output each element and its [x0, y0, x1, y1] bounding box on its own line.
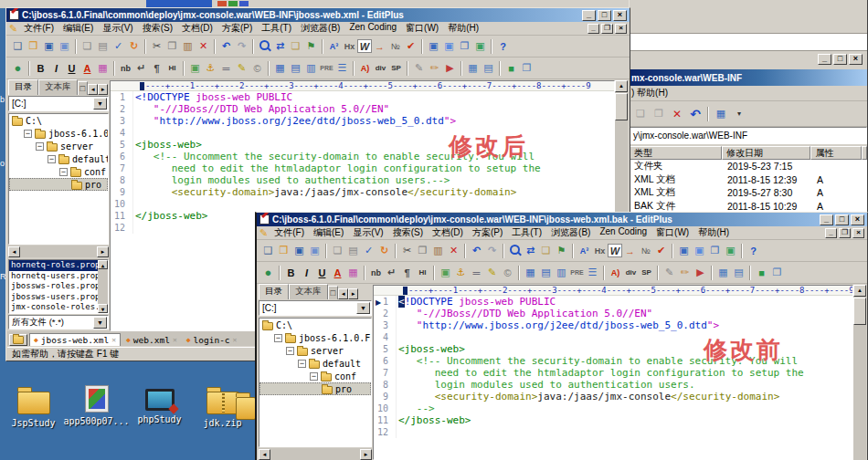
- menu-item-5[interactable]: 方案(P): [468, 226, 507, 239]
- tree-collapse-icon[interactable]: −: [24, 130, 32, 138]
- tree-item[interactable]: −conf: [9, 165, 108, 178]
- toolbar-font-tag-icon[interactable]: A): [357, 60, 373, 76]
- toolbar-color-block-icon[interactable]: ■: [503, 60, 519, 76]
- toolbar-word-wrap-icon[interactable]: W: [357, 39, 372, 53]
- toolbar-list-icon[interactable]: ☰: [334, 60, 350, 76]
- tree-collapse-icon[interactable]: −: [48, 155, 56, 163]
- toolbar-bold-icon[interactable]: B: [33, 60, 48, 76]
- toolbar-paragraph-icon[interactable]: ¶: [149, 60, 164, 76]
- toolbar-pre-icon[interactable]: PRE: [319, 60, 334, 76]
- mdi-minimize-button[interactable]: _: [587, 24, 599, 34]
- file-filter-selector[interactable]: 所有文件 (*.*) ▼: [8, 315, 109, 329]
- tree-item[interactable]: −default: [9, 152, 108, 165]
- toolbar-save-all-icon[interactable]: ▣: [307, 243, 323, 258]
- toolbar-table-edit-icon[interactable]: ▦: [465, 60, 481, 76]
- scroll-right-icon[interactable]: ►: [97, 246, 109, 257]
- toolbar-view-sync-icon[interactable]: ▣: [723, 243, 738, 258]
- toolbar-view-split-icon[interactable]: ❐: [707, 243, 723, 258]
- toolbar-cut-icon[interactable]: ✂: [399, 243, 415, 258]
- tab-scroll-left-icon[interactable]: ◄: [338, 288, 348, 299]
- menu-item-0[interactable]: 文件(F): [19, 22, 58, 35]
- toolbar-table-properties-icon[interactable]: ▤: [731, 265, 746, 280]
- toolbar-palette-icon[interactable]: ▦: [345, 265, 361, 280]
- toolbar-open-folder-icon[interactable]: ❒: [26, 38, 41, 54]
- tree-item[interactable]: −server: [259, 344, 371, 357]
- toolbar-undo-icon[interactable]: ↶: [469, 243, 484, 258]
- toolbar-paste-icon[interactable]: ▥: [180, 38, 196, 54]
- toolbar-new-file-icon[interactable]: ❑: [260, 243, 276, 258]
- scrollbar-thumb[interactable]: [615, 93, 628, 120]
- file-row[interactable]: XML 文档2019-5-27 8:30A: [630, 186, 867, 200]
- toolbar-sort-icon[interactable]: A³: [326, 38, 342, 54]
- toolbar-edit-script-icon[interactable]: ✎: [662, 265, 677, 280]
- toolbar-table-cell-icon[interactable]: ▥: [303, 60, 319, 76]
- tree-collapse-icon[interactable]: −: [286, 347, 294, 355]
- toolbar-view-split-icon[interactable]: ❐: [457, 38, 472, 54]
- toolbar-window-split-icon[interactable]: ❐: [519, 60, 535, 76]
- toolbar-line-numbers-icon[interactable]: №: [387, 38, 403, 54]
- tree-item[interactable]: −jboss-6.1.0.Fina: [259, 331, 371, 344]
- toolbar-reload-icon[interactable]: ↻: [376, 243, 392, 258]
- close-tab-icon[interactable]: ✕: [233, 336, 238, 344]
- toolbar-browser-preview-icon[interactable]: ●: [260, 265, 276, 280]
- toolbar-line-break-icon[interactable]: ↵: [133, 60, 149, 76]
- file-list-scrollbar[interactable]: ▲ ▼: [98, 260, 108, 313]
- file-panel-toggle-button[interactable]: [9, 334, 27, 346]
- toolbar-div-tag-icon[interactable]: div: [373, 60, 388, 76]
- toolbar-heading-icon[interactable]: HI: [164, 60, 180, 76]
- mdi-restore-button[interactable]: ❐: [601, 24, 613, 34]
- toolbar-sort-icon[interactable]: A³: [577, 243, 592, 258]
- drive-selector[interactable]: [C:] ▼: [259, 300, 372, 316]
- file-item[interactable]: jmx-console-roles.pr: [9, 302, 98, 313]
- toolbar-image-icon[interactable]: ▣: [187, 60, 203, 76]
- toolbar-view-html-icon[interactable]: ▣: [692, 243, 707, 258]
- toolbar-marker-icon[interactable]: ⚑: [554, 243, 569, 258]
- toolbar-pencil-tool-icon[interactable]: ✏: [677, 265, 693, 280]
- mdi-close-button[interactable]: ×: [852, 228, 864, 238]
- tab-partial[interactable]: □: [78, 81, 89, 95]
- menu-item-10[interactable]: 帮助(H): [443, 22, 483, 35]
- tree-item[interactable]: −jboss-6.1.0.Fina: [9, 127, 108, 140]
- maximize-button[interactable]: □: [598, 10, 611, 21]
- toolbar-browser-preview-icon[interactable]: ●: [10, 60, 26, 76]
- toolbar-edit-script-icon[interactable]: ✎: [411, 60, 427, 76]
- menu-item-2[interactable]: 显示(V): [348, 226, 387, 239]
- minimize-button[interactable]: _: [820, 214, 833, 225]
- explorer-menubar[interactable]: ) 帮助(H): [630, 86, 867, 101]
- toolbar-table-properties-icon[interactable]: ▤: [481, 60, 496, 76]
- toolbar-list-icon[interactable]: ☰: [585, 265, 600, 280]
- tree-item[interactable]: pro: [9, 178, 108, 191]
- close-button[interactable]: ×: [613, 10, 627, 21]
- toolbar-save-icon[interactable]: ▣: [291, 243, 307, 258]
- tree-item[interactable]: −server: [9, 140, 108, 152]
- toolbar-print-icon[interactable]: ▤: [95, 38, 111, 54]
- toolbar-horizontal-rule-icon[interactable]: ═: [218, 60, 234, 76]
- menu-item-7[interactable]: 浏览器(B): [546, 226, 595, 239]
- tab-directory[interactable]: 目录: [259, 284, 289, 299]
- toolbar-div-tag-icon[interactable]: div: [623, 265, 639, 280]
- toolbar-replace-icon[interactable]: ⇄: [272, 38, 288, 54]
- menu-item-1[interactable]: 编辑(E): [309, 226, 348, 239]
- toolbar-copy-icon[interactable]: ❐: [164, 38, 180, 54]
- toolbar-font-tag-icon[interactable]: A): [608, 265, 623, 280]
- file-item[interactable]: jbossws-users.proper: [9, 292, 98, 303]
- tab-scroll-left-icon[interactable]: ◄: [88, 84, 98, 95]
- toolbar-print-icon[interactable]: ▤: [345, 243, 361, 258]
- titlebar[interactable]: C:\jboss-6.1.0.Final\common\deploy\jmx-c…: [6, 8, 630, 22]
- minimize-button[interactable]: _: [818, 54, 831, 65]
- toolbar-view-sync-icon[interactable]: ▣: [472, 38, 488, 54]
- toolbar-hex-view-icon[interactable]: Hx: [592, 243, 608, 258]
- maximize-button[interactable]: □: [835, 214, 849, 225]
- drive-selector[interactable]: [C:] ▼: [8, 96, 109, 111]
- menu-item-9[interactable]: 窗口(W): [401, 22, 443, 35]
- titlebar[interactable]: C:\jboss-6.1.0.Final\common\deploy\jmx-c…: [257, 213, 867, 226]
- close-tab-icon[interactable]: ✕: [111, 336, 116, 344]
- tab-cliptext[interactable]: 文本库: [289, 284, 328, 299]
- toolbar-palette-icon[interactable]: ▦: [95, 60, 111, 76]
- tree-collapse-icon[interactable]: −: [298, 360, 306, 368]
- toolbar-view-browser-icon[interactable]: ▣: [676, 243, 692, 258]
- tree-item[interactable]: −conf: [259, 370, 371, 382]
- menu-item-8[interactable]: Zen Coding: [595, 226, 651, 239]
- toolbar-highlight-icon[interactable]: ✎: [234, 60, 249, 76]
- toolbar-table-icon[interactable]: ▦: [523, 265, 538, 280]
